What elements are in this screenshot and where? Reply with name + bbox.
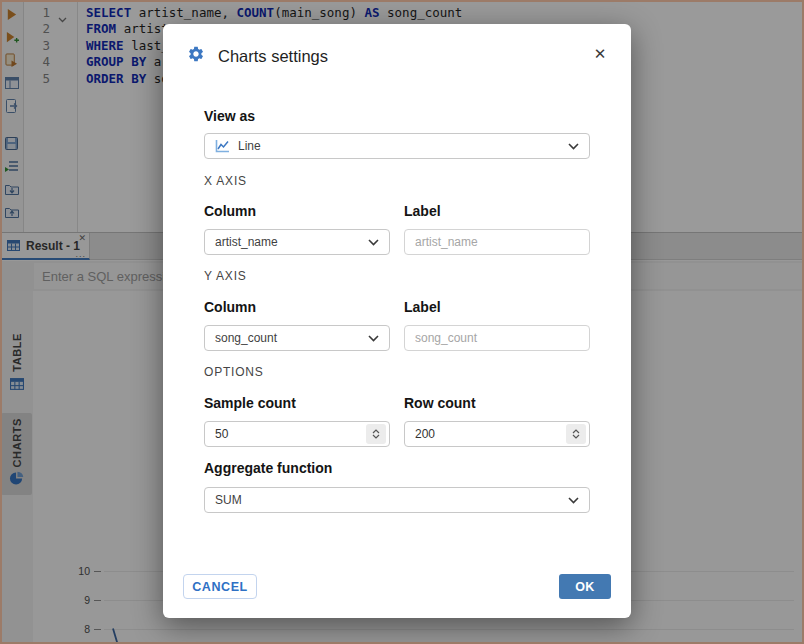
charts-settings-dialog: Charts settings ✕ View as Line X AXIS Co… <box>163 24 631 618</box>
ok-button[interactable]: OK <box>559 574 611 599</box>
sample-count-input[interactable] <box>205 427 366 441</box>
chevron-down-icon <box>568 497 579 504</box>
gear-icon <box>187 45 205 67</box>
options-section-label: OPTIONS <box>204 365 264 379</box>
chevron-down-icon <box>368 335 379 342</box>
y-label-input[interactable] <box>404 325 590 351</box>
line-chart-icon <box>215 139 230 153</box>
sample-count-stepper[interactable] <box>204 421 390 447</box>
y-column-value: song_count <box>215 331 362 345</box>
chevron-down-icon <box>568 143 579 150</box>
y-axis-section-label: Y AXIS <box>204 269 247 283</box>
row-count-stepper[interactable] <box>404 421 590 447</box>
x-label-input[interactable] <box>404 229 590 255</box>
x-label-label: Label <box>404 203 441 219</box>
view-as-select[interactable]: Line <box>204 133 590 159</box>
x-column-label: Column <box>204 203 256 219</box>
view-as-label: View as <box>204 108 255 124</box>
row-count-input[interactable] <box>405 427 566 441</box>
view-as-value: Line <box>238 139 562 153</box>
x-axis-section-label: X AXIS <box>204 174 247 188</box>
chevron-down-icon <box>368 239 379 246</box>
close-dialog-icon[interactable]: ✕ <box>589 43 611 65</box>
aggregate-function-select[interactable]: SUM <box>204 487 590 513</box>
app-window: 12345 SELECT artist_name, COUNT(main_son… <box>0 0 804 644</box>
x-column-value: artist_name <box>215 235 362 249</box>
y-column-select[interactable]: song_count <box>204 325 390 351</box>
row-count-label: Row count <box>404 395 476 411</box>
y-column-label: Column <box>204 299 256 315</box>
aggregate-function-value: SUM <box>215 493 562 507</box>
cancel-button[interactable]: CANCEL <box>183 574 257 599</box>
spinner-icon[interactable] <box>566 424 586 444</box>
sample-count-label: Sample count <box>204 395 296 411</box>
y-label-label: Label <box>404 299 441 315</box>
aggregate-function-label: Aggregate function <box>204 460 332 476</box>
spinner-icon[interactable] <box>366 424 386 444</box>
dialog-title: Charts settings <box>218 47 328 66</box>
x-column-select[interactable]: artist_name <box>204 229 390 255</box>
